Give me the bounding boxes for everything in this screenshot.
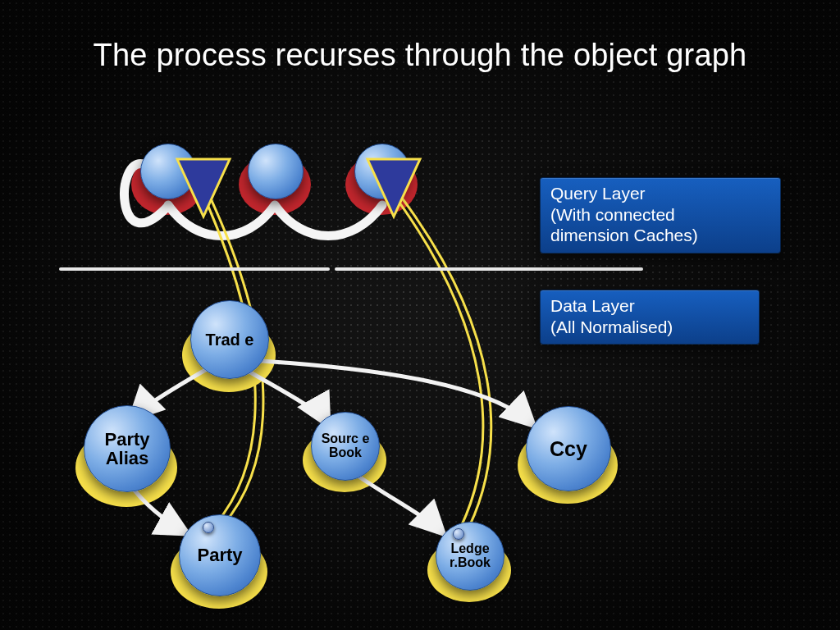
slide-title: The process recurses through the object … [0,38,840,74]
pointer-triangle-right [364,156,423,220]
node-party-label: Party [195,544,244,566]
label-data-layer: Data Layer (All Normalised) [540,290,760,345]
layer-divider-right [335,267,643,271]
path-endpoint-dot-1 [203,522,214,533]
node-source-book-label: Sourc e Book [312,431,379,462]
node-party-alias-label: Party Alias [84,428,170,469]
node-party: Party [179,514,261,596]
node-source-book: Sourc e Book [311,412,380,481]
node-trade-label: Trad e [204,330,256,350]
node-party-alias: Party Alias [84,405,171,492]
node-ccy-label: Ccy [548,436,589,461]
query-node-2 [248,144,304,199]
node-ledger-book-label: Ledge r.Book [436,541,504,572]
label-query-layer: Query Layer (With connected dimension Ca… [540,177,781,253]
node-trade: Trad e [190,300,269,379]
slide-canvas: The process recurses through the object … [0,0,840,630]
path-endpoint-dot-2 [453,528,464,540]
node-ccy: Ccy [526,406,611,491]
svg-marker-0 [177,159,230,217]
svg-marker-1 [368,159,420,217]
node-ledger-book: Ledge r.Book [436,522,504,591]
pointer-triangle-left [174,156,233,220]
layer-divider-left [59,267,330,271]
